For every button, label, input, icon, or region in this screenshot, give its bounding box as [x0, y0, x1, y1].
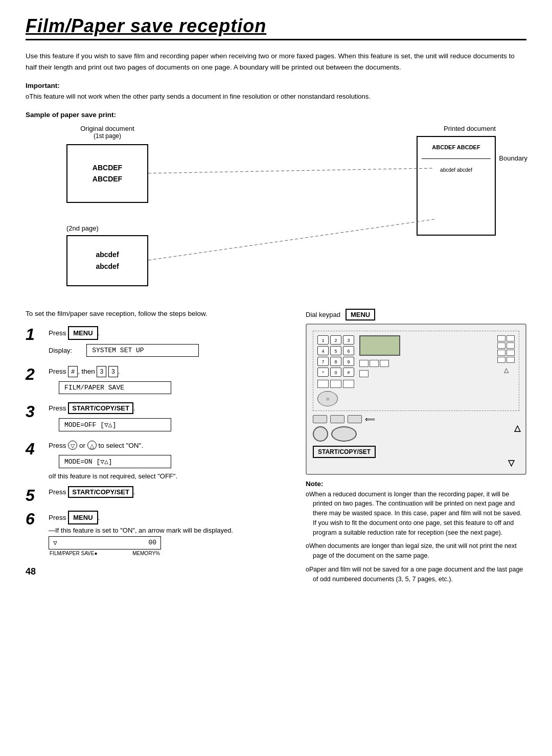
bottom-nav-1	[313, 415, 327, 423]
step-4-num: 4	[26, 441, 49, 457]
step-5: 5 Press START/COPY/SET.	[26, 487, 295, 503]
nav-btn-3	[343, 380, 354, 388]
menu-button-ref2: MENU	[68, 511, 98, 525]
menu-button-ref: MENU	[68, 326, 98, 340]
second-page-label: (2nd page)	[66, 224, 99, 232]
diagram-wrapper: Original document (1st page) ABCDEF ABCD…	[26, 125, 526, 299]
key-3: 3	[343, 335, 354, 345]
step-2-content: Press #, then 3 3. FILM/PAPER SAVE	[49, 366, 295, 396]
important-section: Important: oThis feature will not work w…	[26, 82, 526, 102]
step-2: 2 Press #, then 3 3. FILM/PAPER SAVE	[26, 366, 295, 396]
step-1-content: Press MENU. Display: SYSTEM SET UP	[49, 326, 295, 359]
right-btn-4	[497, 357, 515, 363]
intro-text: Use this feature if you wish to save fil…	[26, 51, 526, 73]
right-buttons: △	[497, 335, 515, 406]
func-btn-1	[359, 360, 369, 367]
menu-label-device: MENU	[346, 309, 375, 320]
key-5: 5	[330, 346, 341, 355]
step-1: 1 Press MENU. Display: SYSTEM SET UP	[26, 326, 295, 359]
nav-btn-1	[317, 380, 329, 388]
important-note: oThis feature will not work when the oth…	[26, 91, 526, 102]
start-copy-set-device[interactable]: START/COPY/SET	[313, 446, 376, 458]
steps-intro: To set the film/paper save reception, fo…	[26, 309, 295, 319]
step-3: 3 Press START/COPY/SET. MODE=OFF [▽△]	[26, 403, 295, 433]
svg-line-1	[148, 219, 434, 260]
note-label: Note:	[306, 480, 526, 488]
svg-line-0	[148, 168, 434, 173]
key-1: 1	[317, 335, 329, 345]
display-system-setup: SYSTEM SET UP	[86, 344, 199, 357]
key-3a: 3	[97, 366, 106, 377]
step-3-num: 3	[26, 403, 49, 420]
key-6: 6	[343, 346, 354, 355]
up-arrow-btn: △	[87, 441, 97, 450]
step-1-num: 1	[26, 326, 49, 342]
key-0: 0	[330, 368, 341, 377]
right-btn-3	[497, 350, 515, 356]
sample-label: Sample of paper save print:	[26, 111, 526, 119]
step-6: 6 Press MENU. —If this feature is set to…	[26, 511, 295, 557]
printed-doc-label: Printed document	[444, 125, 496, 132]
steps-section: To set the film/paper save reception, fo…	[26, 309, 295, 588]
step-6-num: 6	[26, 511, 49, 527]
step-4: 4 Press ▽ or △ to select "ON". MODE=ON […	[26, 441, 295, 480]
note-item-2: oWhen documents are longer than legal si…	[306, 541, 526, 561]
right-btn-2	[497, 342, 515, 349]
dial-keypad-label: Dial keypad MENU	[306, 309, 526, 320]
step-5-num: 5	[26, 487, 49, 503]
display-film-paper: FILM/PAPER SAVE	[59, 381, 171, 394]
key-9: 9	[343, 357, 354, 366]
circle-nav: ○	[317, 391, 338, 406]
start-copy-set-btn-3: START/COPY/SET	[68, 402, 133, 414]
step-2-num: 2	[26, 366, 49, 382]
hash-key: #	[68, 366, 78, 377]
paper-roll	[313, 426, 519, 442]
bottom-nav-3	[348, 415, 362, 423]
original-doc-box: ABCDEF ABCDEF	[66, 144, 148, 203]
up-arrow-device: △	[514, 423, 520, 433]
note-item-1: oWhen a reduced document is longer than …	[306, 490, 526, 538]
original-doc-label: Original document (1st page)	[66, 125, 148, 140]
steps-and-device: To set the film/paper save reception, fo…	[26, 309, 526, 588]
lcd-display	[359, 335, 400, 356]
step-4-sub-note: oIf this feature is not required, select…	[49, 472, 295, 480]
keypad: 1 2 3 4 5 6 7 8 9 * 0 #	[317, 335, 354, 406]
bottom-display: ▽ 00	[49, 536, 161, 549]
key-8: 8	[330, 357, 341, 366]
right-btn-1	[497, 335, 515, 341]
important-label: Important:	[26, 82, 526, 89]
step-4-content: Press ▽ or △ to select "ON". MODE=ON [▽△…	[49, 441, 295, 480]
key-3b: 3	[108, 366, 118, 377]
second-doc-box: abcdef abcdef	[66, 235, 148, 286]
func-btn-4	[359, 370, 369, 377]
start-copy-set-btn-5: START/COPY/SET	[68, 486, 133, 498]
step-3-content: Press START/COPY/SET. MODE=OFF [▽△]	[49, 403, 295, 433]
func-btn-3	[380, 360, 389, 367]
arrow-indicator: △	[497, 366, 515, 374]
bottom-display-labels: FILM/PAPER SAVE● MEMORY%	[49, 551, 161, 556]
display-mode-off: MODE=OFF [▽△]	[59, 418, 171, 431]
step-6-content: Press MENU. —If this feature is set to "…	[49, 511, 295, 557]
key-star: *	[317, 368, 329, 377]
note-section: Note: oWhen a reduced document is longer…	[306, 480, 526, 584]
down-arrow-device: ▽	[313, 458, 519, 468]
page-title: Film/Paper save reception	[26, 15, 526, 40]
step-5-content: Press START/COPY/SET.	[49, 487, 295, 499]
key-2: 2	[330, 335, 341, 345]
device-body: 1 2 3 4 5 6 7 8 9 * 0 #	[306, 324, 526, 475]
note-item-3: oPaper and film will not be saved for a …	[306, 565, 526, 584]
key-hash: #	[343, 368, 354, 377]
key-7: 7	[317, 357, 329, 366]
key-4: 4	[317, 346, 329, 355]
paper-tray-icon: ⟸	[365, 415, 375, 423]
func-btn-2	[370, 360, 379, 367]
step-6-arrow-note: —If this feature is set to "ON", an arro…	[49, 526, 295, 534]
nav-btn-2	[330, 380, 341, 388]
bottom-nav-2	[330, 415, 344, 423]
down-arrow-btn: ▽	[68, 441, 77, 450]
device-section: Dial keypad MENU 1 2 3 4 5 6 7 8	[306, 309, 526, 588]
printed-doc-box: ABCDEF ABCDEF Boundary abcdef abcdef	[417, 136, 496, 236]
page-number: 48	[26, 566, 295, 577]
display-mode-on: MODE=ON [▽△]	[59, 455, 171, 468]
